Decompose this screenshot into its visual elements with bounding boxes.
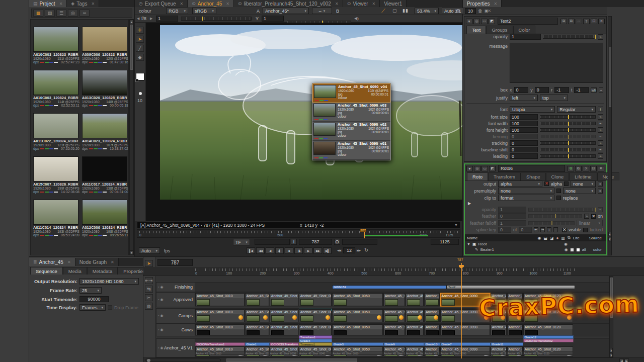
keyframe-icon[interactable]: ⧉ <box>568 19 575 24</box>
effect-strip[interactable]: Timewarp1 <box>299 342 333 346</box>
timeline-clip[interactable]: Anchor_45_Shot_0020 <box>245 309 269 322</box>
play-forward-button[interactable]: ▶ <box>304 247 312 254</box>
bin-clip[interactable]: A015C007_120826_R3BR1920x1080199f @25FPS… <box>33 156 79 194</box>
box-t-input[interactable]: -1 <box>574 87 589 93</box>
expression-icon[interactable]: ⧉ <box>560 19 567 24</box>
tab-tags[interactable]: ◈Tags✕ <box>67 0 99 7</box>
font-size-slider[interactable] <box>540 115 596 119</box>
bin-clip[interactable]: A012C006_120824_R3BR1920x1080198f @25FPS… <box>82 200 128 237</box>
eye-icon[interactable]: ◉ <box>565 247 568 252</box>
message-textarea[interactable] <box>510 43 603 83</box>
roto-opacity-input[interactable]: 1 <box>498 207 526 213</box>
timeline-clip[interactable]: Anchor_45_Shot_0040 <box>299 324 332 335</box>
close-icon[interactable]: ✕ <box>372 2 376 6</box>
font-height-input[interactable]: 100 <box>510 127 538 133</box>
effect-strip[interactable]: Grade5 <box>332 342 383 346</box>
colorspace-dropdown[interactable]: sRGB <box>192 8 216 14</box>
close-panel-icon[interactable]: ✕ <box>598 19 605 24</box>
center-node-icon[interactable]: ◎ <box>474 166 480 171</box>
version-item[interactable]: Anchor_45_Shot_0090_v021920x1080102f @24… <box>312 122 390 141</box>
detail-view-button[interactable]: ☰ <box>56 10 66 17</box>
baseline-shift-curve-button[interactable]: ⌁ <box>598 147 603 152</box>
track-lock-icon[interactable]: ▫ <box>158 328 159 332</box>
timeline-clip[interactable]: Anchor_45_Shot_0070 <box>406 309 424 322</box>
timeline-clip[interactable]: Anchor_45_Shot_0060 <box>383 324 405 335</box>
disclosure-arrow-icon[interactable]: ▶ <box>468 201 471 206</box>
timeline-clip[interactable]: Anchor_45_Shot_0120 <box>523 324 573 335</box>
drop-frame-checkbox[interactable] <box>108 305 112 310</box>
tab-anchor-45[interactable]: ⊙Anchor_45✕ <box>188 0 234 7</box>
gain-input[interactable]: 1 <box>156 16 178 22</box>
clip-to-dropdown[interactable]: format <box>498 195 554 201</box>
effect-strip[interactable]: Grade10 <box>424 342 440 346</box>
bin-scroll-up[interactable]: ▲ <box>130 20 133 24</box>
timeline-clip[interactable]: Anchor_45_Shot_0030 <box>270 324 298 335</box>
viewer-timeline-ruler[interactable]: 050010001125787 <box>137 229 460 238</box>
premultiply-link-button[interactable]: = <box>598 189 603 194</box>
effect-strip[interactable]: Grade12 <box>523 335 574 339</box>
track-lock-icon[interactable]: ▫ <box>158 314 159 318</box>
seq-tab-sequence[interactable]: Sequence <box>30 267 63 275</box>
alpha-checkbox[interactable] <box>544 182 549 186</box>
tab-properties[interactable]: Properties✕ <box>463 0 502 7</box>
partial-clip[interactable]: Anchor_45_Shot_0060 <box>383 351 405 355</box>
opacity-input[interactable]: 1 <box>510 34 541 40</box>
bin-scrollbar[interactable]: ▲ ▼ <box>129 19 134 255</box>
font-family-dropdown[interactable]: Utopia <box>510 106 555 113</box>
bin-clip[interactable]: A010C003_120824_R3BR1920x1080114f @25FPS… <box>33 70 79 107</box>
leading-slider[interactable] <box>540 154 596 158</box>
gear-icon[interactable]: ⚙ <box>456 8 460 14</box>
close-icon[interactable]: ✕ <box>180 2 184 6</box>
roto-opacity-curve[interactable]: ⌁ <box>598 207 603 212</box>
kerning-curve-button[interactable]: ⌁ <box>598 134 603 139</box>
version-item[interactable]: Anchor_45_Shot_0090_v011920x1080102f @24… <box>312 141 390 160</box>
track-header-cows[interactable]: Cows▫◉ <box>156 323 195 336</box>
start-timecode-input[interactable]: 90000 <box>79 296 109 302</box>
track-header-comps[interactable]: Comps▫◉ <box>156 308 195 323</box>
output-link-button[interactable]: = <box>598 182 603 187</box>
font-info-button[interactable]: i <box>598 107 603 112</box>
status-collapse-icon[interactable]: ▼ <box>454 223 458 227</box>
tab-project[interactable]: ▤Project✕ <box>29 0 67 7</box>
thumbnail-view-button[interactable]: ▦ <box>33 10 43 17</box>
effect-strip[interactable]: OCIOCDLTransform1 <box>270 342 299 346</box>
tree-life-header[interactable]: Life <box>573 236 580 240</box>
add-key-button[interactable]: + <box>547 227 551 232</box>
step-forward-button[interactable]: ▕▶ <box>294 247 303 254</box>
b-buffer-label[interactable]: B <box>336 9 339 14</box>
font-size-input[interactable]: 100 <box>510 114 538 120</box>
kerning-input[interactable]: 0 <box>510 134 538 139</box>
blend-swatch[interactable] <box>570 248 574 252</box>
bin-clip[interactable]: A013C020_120825_R3BR1920x1080148f @25FPS… <box>82 70 128 107</box>
poster-frame-button[interactable]: ◎ <box>68 10 78 17</box>
track-lock-icon[interactable]: ▫ <box>158 298 159 302</box>
minimize-icon[interactable]: ▼ <box>466 166 473 171</box>
partial-clip[interactable]: Anchor_45_Shot_0040 <box>299 351 332 355</box>
output-aux-dropdown[interactable]: none <box>571 180 596 187</box>
partial-clip[interactable]: Anchor_45_Shot_0050 <box>332 351 382 355</box>
play-backward-button[interactable]: ◀ <box>266 247 274 254</box>
time-display-dropdown[interactable]: Frames <box>79 304 106 311</box>
tracking-input[interactable]: 0 <box>510 140 538 146</box>
partial-clip[interactable]: Anchor_45_Shot_0030 <box>270 351 298 355</box>
bin-clip[interactable]: A014C023_120824_R3BR1920x1080107f @25FPS… <box>82 113 128 150</box>
next-key-button[interactable]: ⇥ <box>540 227 545 232</box>
fx-clip[interactable]: GWN151 <box>332 285 447 289</box>
lock-panels-icon[interactable]: ▣K <box>485 9 491 13</box>
text2-tab-groups[interactable]: Groups <box>486 26 513 34</box>
font-width-input[interactable]: 100 <box>510 121 538 126</box>
effect-strip[interactable]: Grade1 <box>245 342 270 346</box>
viewer-canvas[interactable] <box>146 23 462 221</box>
partial-clip[interactable]: Anchor_45_Shot_0120 <box>523 351 573 355</box>
hscroll-right-arrow[interactable]: ▶ <box>624 358 629 362</box>
timeline-clip[interactable]: Anchor_45_Shot_0020 <box>245 293 269 306</box>
timeline-clip[interactable]: Anchor_45_Shot_0100 <box>491 324 507 335</box>
roto-tree-row-root[interactable]: ▼ ▣ Root ◉ <box>465 241 606 247</box>
audio-volume-icon[interactable]: ◀) <box>354 16 359 21</box>
hscroll-left-arrow[interactable]: ◀ <box>619 358 624 362</box>
roto6-tab-roto[interactable]: Roto <box>467 172 488 180</box>
effect-strip[interactable]: Transform1 <box>299 335 333 339</box>
feather-slider[interactable] <box>528 214 582 218</box>
stop-button[interactable]: ■ <box>285 247 293 254</box>
close-icon[interactable]: ✕ <box>111 260 114 264</box>
